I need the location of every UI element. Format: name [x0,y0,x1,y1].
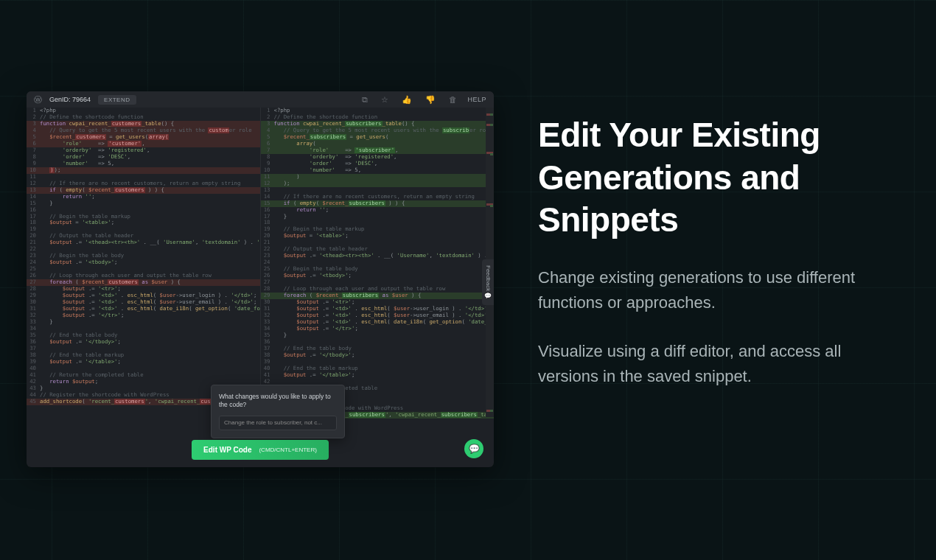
diff-editor[interactable]: 1<?php2// Define the shortcode function3… [27,108,494,430]
code-content: $output .= '<td>' . esc_html( date_i18n(… [274,319,495,326]
page-heading: Edit Your Existing Generations and Snipp… [538,114,870,242]
code-line: 18 $output = '<table>'; [27,220,260,226]
thumbs-down-icon[interactable]: 👎 [422,95,439,105]
code-line: 34 [27,326,260,332]
code-content: // Begin the table markup [274,226,495,233]
code-line: 2// Define the shortcode function [261,114,495,121]
code-line: 9 'number' => 5, [27,161,260,167]
code-line: 37 // End the table body [261,346,495,352]
code-line: 2// Define the shortcode function [27,114,260,121]
code-content: foreach ( $recent_subscribers as $user )… [274,293,495,299]
code-line: 19 // Begin the table markup [261,226,495,233]
code-line: 20 $output = '<table>'; [261,233,495,239]
code-content: $output = '<table>'; [40,220,260,226]
code-content: 'role' => 'customer', [40,141,260,147]
copy-icon[interactable]: ⧉ [359,95,371,105]
code-content [40,174,260,181]
code-content: if ( empty( $recent_customers ) ) { [40,187,260,194]
popup-input[interactable]: Change the role to subscriber, not c... [219,416,337,430]
diff-pane-original[interactable]: 1<?php2// Define the shortcode function3… [27,108,260,430]
code-content [40,207,260,214]
code-content: $output .= '<thead><tr><th>' . __( 'User… [40,239,260,246]
code-content: // If there are no recent customers, ret… [40,181,260,187]
code-line: 16 return ''; [261,207,495,214]
code-content [274,259,495,266]
code-content: } [40,319,260,326]
help-link[interactable]: HELP [467,96,486,103]
code-line: 26 $output .= '<tbody>'; [261,273,495,279]
edit-wp-code-button[interactable]: Edit WP Code (CMD/CNTL+ENTER) [192,440,329,460]
code-line: 6 'role' => 'customer', [27,141,260,147]
thumbs-up-icon[interactable]: 👍 [399,95,415,105]
code-line: 12 // If there are no recent customers, … [27,181,260,187]
code-line: 37 [27,346,260,352]
code-line: 13 if ( empty( $recent_customers ) ) { [27,187,260,194]
code-content [274,187,495,194]
code-content: $output .= '</tbody>'; [40,339,260,346]
code-line: 15 } [27,200,260,207]
code-line: 4 // Query to get the 5 most recent user… [261,127,495,134]
code-content: // Query to get the 5 most recent users … [274,127,495,134]
code-line: 8 'orderby' => 'registered', [261,154,495,161]
code-line: 38 // End the table markup [27,352,260,359]
code-content [274,359,495,365]
code-line: 28 $output .= '<tr>'; [27,286,260,293]
edit-prompt-popup: What changes would you like to apply to … [211,385,345,438]
code-line: 20 // Output the table header [27,233,260,239]
code-content: $output .= '<td>' . esc_html( $user->use… [40,299,260,306]
code-content: // Begin the table body [274,266,495,273]
code-content: $output .= '<td>' . esc_html( $user->use… [274,306,495,312]
star-icon[interactable]: ☆ [378,95,391,105]
code-line: 14 // If there are no recent customers, … [261,194,495,200]
code-line: 22 // Output the table header [261,246,495,253]
code-content: $output .= '<td>' . esc_html( $user->use… [40,293,260,299]
code-line: 27 [261,279,495,286]
code-content: $output .= '<thead><tr><th>' . __( 'User… [274,253,495,259]
code-content: 'order' => 'DESC', [274,161,495,167]
code-content: foreach ( $recent_customers as $user ) { [40,279,260,286]
marketing-copy: Edit Your Existing Generations and Snipp… [538,114,870,389]
code-content: function cwpai_recent_subscribers_table(… [274,121,495,127]
code-content: // Define the shortcode function [274,114,495,121]
code-content [40,226,260,233]
popup-label: What changes would you like to apply to … [219,393,337,410]
code-line: 28 // Loop through each user and output … [261,286,495,293]
code-line: 40 [27,365,260,372]
code-content: 'orderby' => 'registered', [274,154,495,161]
chat-fab-icon[interactable]: 💬 [464,439,483,458]
code-content: 'number' => 5, [274,167,495,174]
code-content: $output .= '<tr>'; [40,286,260,293]
code-content: $output .= '<tbody>'; [40,259,260,266]
feedback-label: Feedback [485,265,492,291]
code-line: 39 $output .= '</table>'; [27,359,260,365]
extend-button[interactable]: EXTEND [98,95,136,105]
code-line: 32 $output .= '<td>' . esc_html( $user->… [261,312,495,319]
page-paragraph-2: Visualize using a diff editor, and acces… [538,339,870,389]
titlebar: ⓦ GenID: 79664 EXTEND ⧉ ☆ 👍 👎 🗑 HELP [27,91,494,108]
code-content: $output .= '</table>'; [274,372,495,379]
code-content: $output .= '<td>' . esc_html( $user->use… [274,312,495,319]
trash-icon[interactable]: 🗑 [446,95,460,104]
code-line: 15 if ( empty( $recent_subscribers ) ) { [261,200,495,207]
code-line: 21 [261,239,495,246]
code-content: $output .= '</table>'; [40,359,260,365]
code-line: 16 [27,207,260,214]
code-content: $output .= '<td>' . esc_html( date_i18n(… [40,306,260,312]
edit-button-shortcut: (CMD/CNTL+ENTER) [259,447,316,453]
code-line: 29 foreach ( $recent_subscribers as $use… [261,293,495,299]
code-content: return ''; [40,194,260,200]
code-line: 3function cwpai_recent_subscribers_table… [261,121,495,127]
diff-pane-modified[interactable]: 1<?php2// Define the shortcode function3… [260,108,495,430]
feedback-tab[interactable]: Feedback 💬 [482,259,494,305]
code-line: 7 'role' => 'subscriber', [261,147,495,154]
code-line: 23 // Begin the table body [27,253,260,259]
code-line: 8 'order' => 'DESC', [27,154,260,161]
code-line: 25 // Begin the table body [261,266,495,273]
code-content [40,246,260,253]
code-line: 41 $output .= '</table>'; [261,372,495,379]
code-line: 17 } [261,214,495,220]
code-line: 13 [261,187,495,194]
code-content: // Loop through each user and output the… [40,273,260,279]
code-line: 38 $output .= '</tbody>'; [261,352,495,359]
code-line: 26 // Loop through each user and output … [27,273,260,279]
